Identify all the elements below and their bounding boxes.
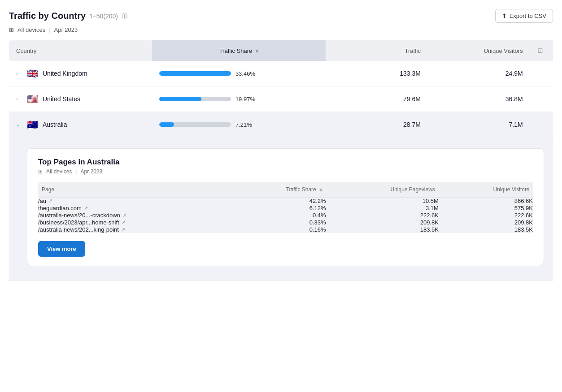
page-name: /au (38, 198, 46, 204)
sub-pageviews-val: 183.5K (326, 226, 439, 233)
table-row: › 🇺🇸 United States 19.97% 79.6M 36.8M (9, 86, 553, 112)
sub-table-row: /au ↗ 42.2% 10.5M 866.6K (38, 198, 533, 205)
sub-traffic-share-val: 0.33% (231, 219, 326, 226)
date-label: Apr 2023 (54, 26, 78, 33)
col-header-unique-visitors: Unique Visitors (428, 40, 530, 61)
bar-fill-us (159, 97, 201, 101)
external-link-icon[interactable]: ↗ (122, 212, 126, 218)
country-cell-au: ⌄ 🇦🇺 Australia (9, 112, 152, 138)
table-row: ⌄ 🇦🇺 Australia 7.21% 28.7M 7.1M (9, 112, 553, 138)
bar-fill-au (159, 122, 174, 127)
sub-traffic-share-val: 0.16% (231, 226, 326, 233)
flag-us: 🇺🇸 (27, 94, 38, 104)
sub-panel-cell: Top Pages in Australia ⊞ All devices | A… (9, 138, 553, 281)
country-cell-us: › 🇺🇸 United States (9, 86, 152, 112)
sub-sort-icon: ≡ (319, 187, 322, 192)
traffic-share-cell-us: 19.97% (152, 86, 326, 112)
sub-device-icon: ⊞ (38, 168, 43, 175)
export-label: Export to CSV (510, 13, 546, 19)
sub-page-cell: /au ↗ (38, 198, 231, 205)
col-header-country: Country (9, 40, 152, 61)
traffic-val-us: 79.6M (326, 86, 428, 112)
export-csv-button[interactable]: ⬆ Export to CSV (495, 9, 553, 23)
chevron-down-icon-au[interactable]: ⌄ (16, 122, 22, 128)
traffic-share-pct-uk: 33.46% (235, 70, 258, 77)
page-name: theguardian.com (38, 205, 82, 211)
sub-page-cell: /australia-news/20...-crackdown ↗ (38, 212, 231, 219)
sub-unique-visitors-val: 866.6K (439, 198, 533, 205)
col-header-traffic-share[interactable]: Traffic Share ≡ (152, 40, 326, 61)
bar-container-uk (159, 71, 231, 76)
sub-panel-title: Top Pages in Australia (38, 158, 533, 167)
sub-page-cell: /business/2023/apr...home-shift ↗ (38, 219, 231, 226)
page-name: /business/2023/apr...home-shift (38, 219, 119, 226)
sub-pageviews-val: 222.6K (326, 212, 439, 219)
sub-page-cell: /australia-news/202...king-point ↗ (38, 226, 231, 233)
external-link-icon[interactable]: ↗ (84, 205, 88, 211)
flag-uk: 🇬🇧 (27, 68, 38, 79)
external-link-icon[interactable]: ↗ (48, 198, 52, 204)
page-range: 1–50(200) (89, 13, 118, 20)
chevron-right-icon-us[interactable]: › (16, 96, 22, 102)
sort-icon: ≡ (256, 48, 258, 54)
sub-pageviews-val: 209.8K (326, 219, 439, 226)
traffic-val-uk: 133.3M (326, 61, 428, 86)
col-label-traffic-share: Traffic Share (219, 47, 253, 54)
page-name: /australia-news/20...-crackdown (38, 212, 120, 219)
action-cell-uk (530, 61, 553, 86)
traffic-share-cell-uk: 33.46% (152, 61, 326, 86)
unique-val-au: 7.1M (428, 112, 530, 138)
sub-separator: | (75, 168, 77, 175)
col-header-traffic: Traffic (326, 40, 428, 61)
sub-col-traffic-share: Traffic Share ≡ (231, 182, 326, 198)
chevron-right-icon-uk[interactable]: › (16, 71, 22, 76)
table-row: › 🇬🇧 United Kingdom 33.46% 133.3M 24.9M (9, 61, 553, 86)
sub-col-label-ts: Traffic Share (286, 186, 316, 193)
unique-val-uk: 24.9M (428, 61, 530, 86)
sub-unique-visitors-val: 575.9K (439, 205, 533, 212)
sub-unique-visitors-val: 209.8K (439, 219, 533, 226)
expanded-sub-panel-row: Top Pages in Australia ⊞ All devices | A… (9, 138, 553, 281)
page-name: /australia-news/202...king-point (38, 226, 119, 233)
sub-panel: Top Pages in Australia ⊞ All devices | A… (27, 148, 544, 266)
action-cell-au (530, 112, 553, 138)
country-table: Country Traffic Share ≡ Traffic Unique V… (9, 40, 553, 281)
separator: | (49, 26, 50, 33)
sub-unique-visitors-val: 222.6K (439, 212, 533, 219)
sub-page-cell: theguardian.com ↗ (38, 205, 231, 212)
sub-col-unique-visitors: Unique Visitors (439, 182, 533, 198)
traffic-share-pct-au: 7.21% (235, 121, 258, 128)
device-label: All devices (17, 26, 45, 33)
sub-table-row: /australia-news/202...king-point ↗ 0.16%… (38, 226, 533, 233)
country-name-uk: United Kingdom (43, 70, 87, 77)
sub-traffic-share-val: 6.12% (231, 205, 326, 212)
sub-table: Page Traffic Share ≡ Unique Pageviews Un… (38, 182, 533, 233)
sub-col-page: Page (38, 182, 231, 198)
unique-val-us: 36.8M (428, 86, 530, 112)
bar-container-au (159, 122, 231, 127)
sub-table-row: /australia-news/20...-crackdown ↗ 0.4% 2… (38, 212, 533, 219)
external-link-icon[interactable]: ↗ (121, 227, 125, 233)
sub-col-pageviews: Unique Pageviews (326, 182, 439, 198)
export-icon: ⬆ (502, 13, 507, 19)
sub-pageviews-val: 10.5M (326, 198, 439, 205)
country-name-au: Australia (43, 121, 67, 128)
traffic-share-cell-au: 7.21% (152, 112, 326, 138)
sub-table-row: theguardian.com ↗ 6.12% 3.1M 575.9K (38, 205, 533, 212)
country-cell-uk: › 🇬🇧 United Kingdom (9, 61, 152, 86)
external-link-icon[interactable]: ↗ (122, 220, 126, 225)
sub-device-label: All devices (46, 168, 72, 175)
sub-table-row: /business/2023/apr...home-shift ↗ 0.33% … (38, 219, 533, 226)
device-icon: ⊞ (9, 26, 14, 33)
view-more-button[interactable]: View more (38, 241, 85, 257)
info-icon[interactable]: ⓘ (122, 12, 127, 20)
col-header-icon: ⊡ (530, 40, 553, 61)
bar-fill-uk (159, 71, 231, 76)
page-title: Traffic by Country (9, 11, 86, 21)
bar-container-us (159, 97, 231, 101)
sub-date-label: Apr 2023 (80, 168, 102, 175)
sub-unique-visitors-val: 183.5K (439, 226, 533, 233)
traffic-share-pct-us: 19.97% (235, 96, 258, 103)
action-cell-us (530, 86, 553, 112)
sub-traffic-share-val: 42.2% (231, 198, 326, 205)
